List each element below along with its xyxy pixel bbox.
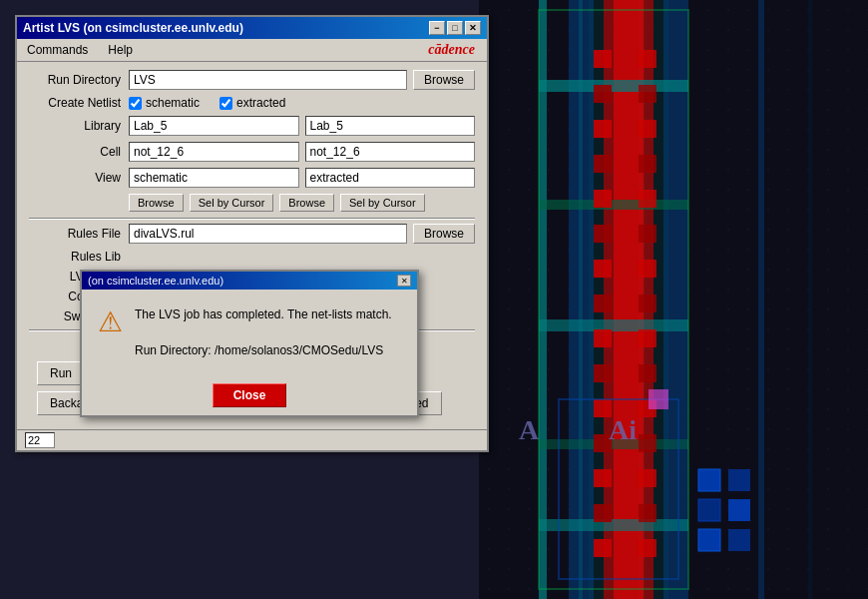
svg-rect-24: [594, 329, 612, 347]
dialog-message-line2: Run Directory: /home/solanos3/CMOSedu/LV…: [135, 341, 392, 359]
dialog-title: (on csimcluster.ee.unlv.edu): [88, 275, 223, 287]
library-label: Library: [29, 119, 129, 133]
svg-rect-51: [728, 529, 750, 551]
rules-file-row: Rules File Browse: [29, 224, 475, 244]
svg-rect-46: [698, 469, 720, 491]
svg-text:A: A: [519, 414, 540, 445]
schematic-label: schematic: [146, 96, 200, 110]
cadence-logo: cādence: [428, 42, 483, 58]
svg-rect-40: [639, 364, 656, 382]
svg-rect-21: [594, 225, 612, 243]
status-input[interactable]: [25, 432, 55, 448]
dialog-message-line1: The LVS job has completed. The net-lists…: [135, 305, 392, 323]
view-extracted-input[interactable]: [305, 168, 476, 188]
svg-rect-37: [639, 260, 656, 278]
svg-rect-22: [594, 260, 612, 278]
cell-extracted-input[interactable]: [305, 142, 476, 162]
run-directory-input[interactable]: [129, 70, 407, 90]
svg-rect-48: [698, 529, 720, 551]
title-bar-controls: − □ ✕: [429, 21, 481, 35]
svg-rect-57: [758, 0, 764, 599]
schematic-checkbox-label: schematic: [129, 96, 200, 110]
schematic-sel-cursor-button[interactable]: Sel by Cursor: [190, 194, 274, 212]
svg-rect-47: [698, 499, 720, 521]
svg-rect-45: [639, 539, 656, 557]
cell-schematic-input[interactable]: [129, 142, 299, 162]
dialog-buttons: Close: [82, 375, 417, 415]
view-schematic-input[interactable]: [129, 168, 299, 188]
schematic-browse-button[interactable]: Browse: [129, 194, 184, 212]
svg-rect-38: [639, 295, 656, 312]
svg-text:Ai: Ai: [609, 414, 637, 445]
warning-icon: ⚠: [98, 305, 123, 338]
svg-rect-25: [594, 364, 612, 382]
svg-rect-29: [594, 504, 612, 522]
extracted-label: extracted: [236, 96, 285, 110]
create-netlist-label: Create Netlist: [29, 96, 129, 110]
dialog-content: ⚠ The LVS job has completed. The net-lis…: [82, 290, 417, 375]
view-label: View: [29, 171, 129, 185]
extracted-checkbox[interactable]: [219, 97, 232, 110]
rules-lib-row: Rules Lib: [29, 250, 475, 264]
svg-rect-32: [639, 85, 656, 103]
svg-rect-39: [639, 329, 656, 347]
svg-rect-35: [639, 190, 656, 208]
cell-label: Cell: [29, 145, 129, 159]
help-menu[interactable]: Help: [102, 41, 139, 59]
dialog-title-bar: (on csimcluster.ee.unlv.edu) ✕: [82, 272, 417, 290]
title-bar: Artist LVS (on csimcluster.ee.unlv.edu) …: [17, 17, 487, 39]
svg-rect-19: [594, 155, 612, 173]
window-title: Artist LVS (on csimcluster.ee.unlv.edu): [23, 21, 243, 35]
extracted-sel-cursor-button[interactable]: Sel by Cursor: [340, 194, 425, 212]
close-button[interactable]: ✕: [465, 21, 481, 35]
svg-rect-31: [639, 50, 656, 68]
extracted-checkbox-label: extracted: [219, 96, 285, 110]
run-directory-browse-button[interactable]: Browse: [413, 70, 475, 90]
svg-rect-18: [594, 120, 612, 138]
dialog-close-button[interactable]: Close: [213, 383, 287, 407]
menu-items: Commands Help: [21, 41, 139, 59]
svg-rect-43: [639, 469, 656, 487]
view-inputs: [129, 168, 475, 188]
svg-rect-16: [594, 50, 612, 68]
svg-rect-11: [539, 80, 688, 92]
minimize-button[interactable]: −: [429, 21, 445, 35]
svg-rect-20: [594, 190, 612, 208]
run-directory-label: Run Directory: [29, 73, 129, 87]
svg-rect-50: [728, 499, 750, 521]
commands-menu[interactable]: Commands: [21, 41, 94, 59]
run-button[interactable]: Run: [37, 361, 85, 385]
svg-rect-34: [639, 155, 656, 173]
library-row: Library: [29, 116, 475, 136]
maximize-button[interactable]: □: [447, 21, 463, 35]
create-netlist-row: Create Netlist schematic extracted: [29, 96, 475, 110]
rules-file-label: Rules File: [29, 227, 129, 241]
pcb-background: A Ai: [479, 0, 868, 599]
dialog-overlay: (on csimcluster.ee.unlv.edu) ✕ ⚠ The LVS…: [80, 270, 419, 417]
svg-rect-13: [539, 319, 688, 331]
svg-rect-15: [539, 519, 688, 531]
library-schematic-input[interactable]: [129, 116, 299, 136]
dialog-text: The LVS job has completed. The net-lists…: [135, 305, 392, 359]
svg-rect-17: [594, 85, 612, 103]
run-directory-row: Run Directory Browse: [29, 70, 475, 90]
dialog-window: (on csimcluster.ee.unlv.edu) ✕ ⚠ The LVS…: [80, 270, 419, 417]
svg-rect-42: [639, 434, 656, 452]
svg-rect-30: [594, 539, 612, 557]
svg-rect-36: [639, 225, 656, 243]
library-extracted-input[interactable]: [305, 116, 476, 136]
rules-lib-label: Rules Lib: [29, 250, 129, 264]
schematic-checkbox[interactable]: [129, 97, 142, 110]
svg-rect-56: [649, 389, 668, 409]
svg-rect-33: [639, 120, 656, 138]
extracted-browse-button[interactable]: Browse: [279, 194, 334, 212]
status-bar: [17, 429, 487, 450]
rules-file-browse-button[interactable]: Browse: [413, 224, 475, 244]
library-inputs: [129, 116, 475, 136]
svg-rect-58: [808, 0, 812, 599]
netlist-browse-row: Browse Sel by Cursor Browse Sel by Curso…: [129, 194, 475, 212]
rules-file-input[interactable]: [129, 224, 407, 244]
menu-bar: Commands Help cādence: [17, 39, 487, 62]
svg-rect-28: [594, 469, 612, 487]
dialog-close-icon[interactable]: ✕: [397, 275, 411, 287]
